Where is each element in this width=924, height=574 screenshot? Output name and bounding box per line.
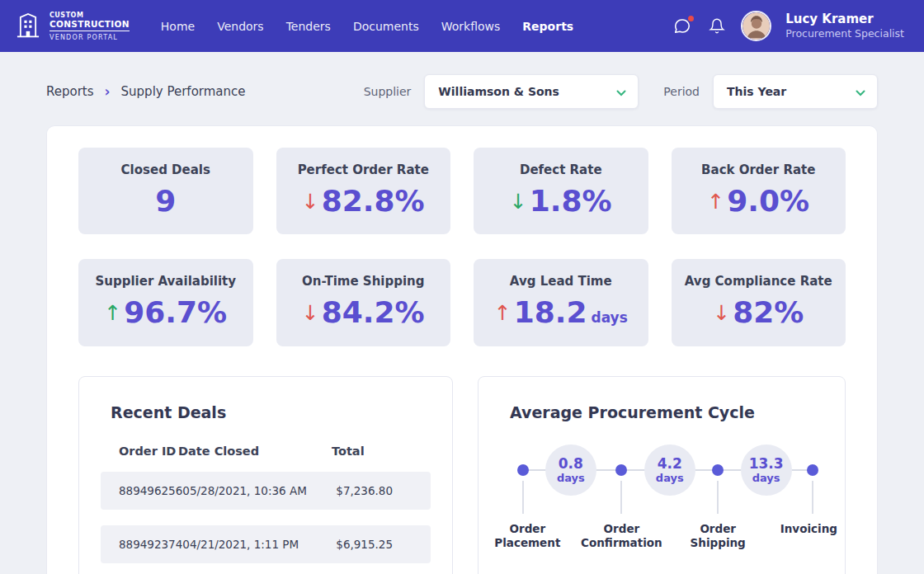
cycle-tick [620,481,622,514]
supplier-filter-label: Supplier [364,85,412,98]
cell-order-id: 889492374 [101,538,182,551]
breadcrumb-reports[interactable]: Reports [46,84,94,99]
cycle-dot [807,464,818,476]
kpi-unit: days [591,309,627,326]
trend-up-icon: ↑ [707,190,724,214]
cell-total: $6,915.25 [336,538,431,551]
kpi-value: 9 [85,184,247,218]
trend-down-icon: ↓ [302,301,319,325]
cell-date-closed: 04/21/2021, 1:11 PM [182,538,336,551]
procurement-cycle-timeline: 0.8 days 4.2 days 13.3 days Orde [500,446,823,574]
table-row[interactable]: 889496256 05/28/2021, 10:36 AM $7,236.80 [101,472,431,510]
nav-item-reports[interactable]: Reports [522,20,573,33]
kpi-label: On-Time Shipping [283,274,445,289]
cycle-duration: 0.8 days [545,445,596,496]
kpi-value: ↑9.0% [678,184,840,218]
recent-deals-panel: Recent Deals Order ID Date Closed Total … [78,376,453,574]
period-filter-label: Period [663,85,700,98]
cycle-duration: 4.2 days [644,445,695,496]
nav-item-vendors[interactable]: Vendors [217,20,263,33]
cycle-dot [712,464,724,476]
cell-date-closed: 05/28/2021, 10:36 AM [182,484,336,497]
avatar[interactable] [741,11,771,41]
cycle-stage-label: Order Shipping [676,522,759,551]
toolbar: Reports › Supply Performance Supplier Wi… [0,52,924,125]
lower-panels: Recent Deals Order ID Date Closed Total … [78,376,846,574]
kpi-value: ↓82.8% [283,184,445,218]
table-header: Order ID Date Closed Total [101,445,431,472]
nav-item-workflows[interactable]: Workflows [441,20,501,33]
kpi-label: Defect Rate [480,162,642,177]
supplier-select-value: Williamson & Sons [438,85,559,98]
page-title: Supply Performance [121,84,246,99]
cycle-dot [615,464,627,476]
main-nav: Home Vendors Tenders Documents Workflows… [161,20,573,33]
trend-down-icon: ↓ [510,190,527,214]
building-icon [15,11,41,42]
kpi-value: ↑18.2days [480,295,642,329]
logo-line1: CUSTOM [50,12,130,19]
user-name: Lucy Kramer [785,12,904,27]
kpi-avg-compliance-rate: Avg Compliance Rate ↓82% [672,259,846,346]
kpi-label: Avg Lead Time [480,274,642,289]
cycle-stage-label: Invoicing [767,522,850,537]
procurement-cycle-title: Average Procurement Cycle [510,403,823,421]
kpi-on-time-shipping: On-Time Shipping ↓84.2% [276,259,451,346]
kpi-value: ↓82% [678,295,840,329]
chevron-down-icon [856,84,865,100]
cycle-tick [812,481,813,514]
header-actions: Lucy Kramer Procurement Specialist [672,11,904,41]
kpi-defect-rate: Defect Rate ↓1.8% [474,148,648,234]
period-select[interactable]: This Year [713,74,878,109]
column-header-order-id: Order ID [101,445,178,458]
kpi-closed-deals: Closed Deals 9 [78,148,253,234]
kpi-label: Back Order Rate [678,162,840,177]
trend-up-icon: ↑ [494,301,512,325]
cycle-tick [522,481,524,514]
kpi-value: ↑96.7% [85,295,247,329]
trend-down-icon: ↓ [302,190,319,214]
nav-item-home[interactable]: Home [161,20,195,33]
cycle-dot [517,464,529,476]
cycle-duration: 13.3 days [741,445,792,496]
kpi-label: Supplier Availability [85,274,247,289]
logo-line3: VENDOR PORTAL [50,34,130,41]
trend-up-icon: ↑ [104,301,121,325]
chevron-down-icon [616,84,626,100]
period-select-value: This Year [727,85,786,98]
kpi-label: Perfect Order Rate [283,162,445,177]
cell-total: $7,236.80 [336,484,431,497]
cycle-stage-label: Order Placement [486,522,568,551]
procurement-cycle-panel: Average Procurement Cycle 0.8 days 4.2 d… [478,376,846,574]
kpi-perfect-order-rate: Perfect Order Rate ↓82.8% [276,148,451,234]
kpi-value: ↓1.8% [480,184,642,218]
kpi-label: Avg Compliance Rate [678,274,840,289]
app-header: CUSTOM CONSTRUCTION VENDOR PORTAL Home V… [0,0,924,52]
column-header-total: Total [332,445,431,458]
bell-icon[interactable] [707,16,727,36]
kpi-back-order-rate: Back Order Rate ↑9.0% [672,148,846,234]
report-card: Closed Deals 9 Perfect Order Rate ↓82.8%… [46,125,878,574]
kpi-avg-lead-time: Avg Lead Time ↑18.2days [474,259,648,346]
breadcrumb-chevron-icon: › [105,83,111,100]
kpi-label: Closed Deals [85,162,247,177]
kpi-supplier-availability: Supplier Availability ↑96.7% [78,259,253,346]
chat-icon[interactable] [672,16,693,37]
filters: Supplier Williamson & Sons Period This Y… [364,74,878,109]
app-logo[interactable]: CUSTOM CONSTRUCTION VENDOR PORTAL [15,11,130,42]
cell-order-id: 889496256 [101,484,182,497]
supplier-select[interactable]: Williamson & Sons [424,74,639,109]
logo-line2: CONSTRUCTION [50,19,130,31]
user-menu[interactable]: Lucy Kramer Procurement Specialist [785,12,904,40]
recent-deals-title: Recent Deals [111,403,431,421]
nav-item-tenders[interactable]: Tenders [286,20,331,33]
cycle-stage-label: Order Confirmation [580,522,662,551]
cycle-tick [717,481,719,514]
user-role: Procurement Specialist [785,27,904,40]
recent-deals-table: Order ID Date Closed Total 889496256 05/… [101,445,431,574]
table-row[interactable]: 889492374 04/21/2021, 1:11 PM $6,915.25 [101,525,431,563]
column-header-date-closed: Date Closed [178,445,332,458]
kpi-grid: Closed Deals 9 Perfect Order Rate ↓82.8%… [78,148,846,346]
trend-down-icon: ↓ [713,301,730,325]
nav-item-documents[interactable]: Documents [353,20,419,33]
